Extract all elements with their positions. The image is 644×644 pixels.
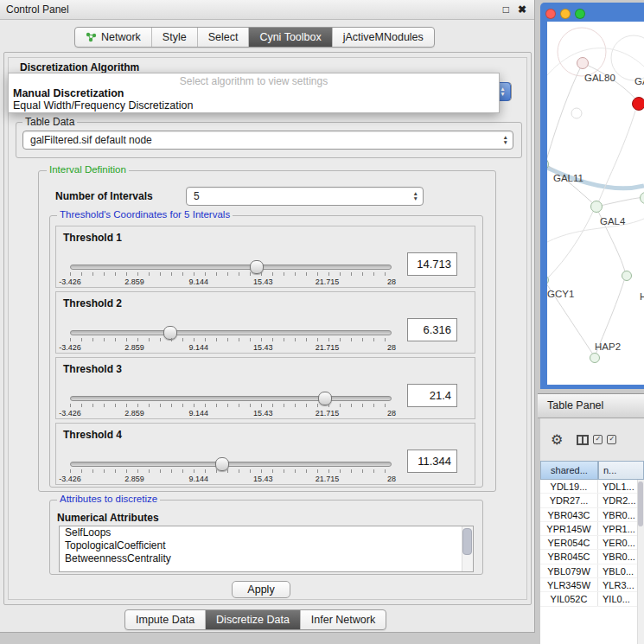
slider-track[interactable] [70,265,392,270]
tab-label: Style [163,31,187,43]
control-panel-titlebar[interactable]: Control Panel □ ✖ [0,0,534,20]
threshold-value-field[interactable]: 21.4 [407,384,457,407]
columns-icon[interactable] [577,435,589,445]
table-row[interactable]: YIL052CYIL0... [540,592,644,606]
table-row[interactable]: YLR345WYLR3... [540,578,644,592]
apply-button[interactable]: Apply [232,581,290,598]
tab-cyni-toolbox[interactable]: Cyni Toolbox [249,28,332,47]
threshold-panel-3: Threshold 3-3.4262.8599.14415.4321.71528… [55,357,475,419]
bottom-tab-impute-data[interactable]: Impute Data [125,610,206,629]
table-toolbar: ⚙ ✓ ✓ [540,418,644,461]
threshold-panel-4: Threshold 4-3.4262.8599.14415.4321.71528… [55,423,475,485]
bottom-tab-infer-network[interactable]: Infer Network [301,610,386,629]
scale-label: 15.43 [253,409,273,418]
threshold-value-field[interactable]: 11.344 [407,450,457,473]
network-node[interactable] [577,57,589,69]
table-data-select-value: galFiltered.sif default node [30,134,152,146]
table-row[interactable]: YBR043CYBR0... [540,508,644,522]
interval-definition-title: Interval Definition [47,164,129,175]
slider-scale: -3.4262.8599.14415.4321.71528 [70,409,392,419]
threshold-value-field[interactable]: 14.713 [407,252,457,276]
threshold-panel-2: Threshold 2-3.4262.8599.14415.4321.71528… [55,291,475,354]
slider-ticks [70,338,392,341]
close-traffic-light-icon[interactable] [545,9,556,19]
attribute-item[interactable]: BetweennessCentrality [60,552,473,565]
scale-label: 21.715 [316,343,340,352]
scale-label: -3.426 [59,343,81,352]
table-row[interactable]: YER054CYER0... [540,536,644,550]
network-node[interactable] [590,353,600,363]
slider-ticks [70,404,392,407]
slider-track[interactable] [70,396,392,401]
checkbox-icon[interactable]: ✓ [607,435,616,444]
list-scrollbar-thumb[interactable] [462,528,472,555]
menu-item-manual-discretization[interactable]: Manual Discretization [9,87,499,99]
table-data-select[interactable]: galFiltered.sif default node ▲▼ [22,131,513,150]
threshold-slider[interactable]: -3.4262.8599.14415.4321.71528 [70,389,392,418]
number-of-intervals-select[interactable]: 5 ▲▼ [186,187,424,206]
close-icon[interactable]: ✖ [518,0,526,19]
network-canvas[interactable]: GAL80GAGAL11GAL4GCY1HHAP2 [547,22,644,385]
tab-label: jActiveMNodules [343,31,424,43]
tab-style[interactable]: Style [152,28,198,47]
scale-label: 9.144 [189,409,209,418]
menu-placeholder-item[interactable]: Select algorithm to view settings [9,75,499,87]
tab-label: Impute Data [136,614,194,626]
number-of-intervals-value: 5 [194,190,200,202]
checkbox-icon[interactable]: ✓ [593,435,603,444]
column-header-name[interactable]: n... [598,461,644,480]
minimize-icon[interactable]: □ [503,0,509,19]
tab-label: Discretize Data [216,614,290,626]
scale-label: 15.43 [253,343,273,352]
column-header-shared-name[interactable]: shared... [540,461,598,480]
slider-track[interactable] [70,330,392,335]
minimize-traffic-light-icon[interactable] [560,9,571,19]
network-node[interactable] [622,271,632,281]
scale-label: 15.43 [253,475,273,483]
cell-shared-name: YPR145W [540,522,598,535]
attributes-group-title: Attributes to discretize [57,494,160,504]
slider-scale: -3.4262.8599.14415.4321.71528 [70,277,392,288]
cell-shared-name: YBR043C [540,508,598,521]
gear-icon[interactable]: ⚙ [551,431,563,448]
tab-label: Select [208,31,239,43]
threshold-slider[interactable]: -3.4262.8599.14415.4321.71528 [70,258,392,287]
table-row[interactable]: YPR145WYPR1... [540,522,644,536]
scale-label: 9.144 [189,343,209,352]
combo-arrows-icon: ▲▼ [413,191,418,201]
threshold-value-field[interactable]: 6.316 [407,318,457,341]
table-row[interactable]: YDR27...YDR2... [540,494,644,507]
bottom-tab-discretize-data[interactable]: Discretize Data [206,610,301,629]
table-row[interactable]: YBR045CYBR0... [540,550,644,564]
threshold-slider[interactable]: -3.4262.8599.14415.4321.71528 [70,323,392,353]
network-view-window[interactable]: GAL80GAGAL11GAL4GCY1HHAP2 [540,3,644,389]
menu-item-equal-width-frequency-discretization[interactable]: Equal Width/Frequency Discretization [9,99,499,112]
tab-select[interactable]: Select [198,28,250,47]
network-node[interactable] [632,97,644,111]
threshold-label: Threshold 4 [63,429,122,441]
attribute-item[interactable]: SelfLoops [60,526,473,539]
scale-label: 21.715 [316,409,340,418]
network-node[interactable] [590,201,603,213]
network-node-label: GAL4 [600,216,625,226]
slider-track[interactable] [70,462,392,467]
tab-network[interactable]: Network [75,28,152,47]
table-scrollbar-thumb[interactable] [638,481,643,526]
threshold-label: Threshold 2 [63,297,122,309]
zoom-traffic-light-icon[interactable] [575,9,585,19]
scale-label: 21.715 [316,277,340,286]
table-row[interactable]: YDL19...YDL1... [540,480,644,494]
numerical-attributes-list: SelfLoopsTopologicalCoefficientBetweenne… [60,526,473,565]
table-data-label: Table Data [22,116,77,128]
attribute-item[interactable]: TopologicalCoefficient [60,539,473,552]
scale-label: 28 [387,343,396,352]
cell-shared-name: YLR345W [540,578,598,591]
scale-label: 28 [387,475,396,483]
network-tab-icon [86,32,97,42]
scale-label: 2.859 [124,277,144,286]
threshold-slider[interactable]: -3.4262.8599.14415.4321.71528 [70,455,392,484]
cell-shared-name: YDL19... [540,480,598,493]
tab-jactivemnodules[interactable]: jActiveMNodules [333,28,434,47]
table-row[interactable]: YBL079WYBL0... [540,564,644,578]
table-panel-header[interactable]: Table Panel [538,393,644,418]
